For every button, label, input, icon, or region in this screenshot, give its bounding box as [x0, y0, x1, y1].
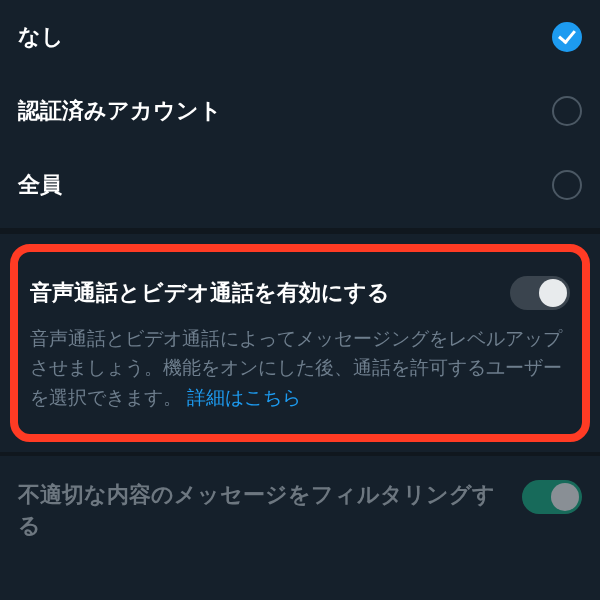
learn-more-link[interactable]: 詳細はこちら	[187, 387, 301, 408]
radio-label: なし	[18, 22, 64, 52]
radio-indicator	[552, 170, 582, 200]
section-divider	[0, 228, 600, 234]
radio-label: 全員	[18, 170, 62, 200]
filter-toggle-row: 不適切な内容のメッセージをフィルタリングする	[0, 456, 600, 542]
calls-toggle-label: 音声通話とビデオ通話を有効にする	[30, 278, 510, 308]
radio-option-everyone[interactable]: 全員	[18, 148, 582, 222]
highlighted-calls-section: 音声通話とビデオ通話を有効にする 音声通話とビデオ通話によってメッセージングをレ…	[10, 244, 590, 442]
filter-toggle-label: 不適切な内容のメッセージをフィルタリングする	[18, 480, 522, 542]
radio-option-verified[interactable]: 認証済みアカウント	[18, 74, 582, 148]
radio-group: なし 認証済みアカウント 全員	[0, 0, 600, 228]
radio-label: 認証済みアカウント	[18, 96, 222, 126]
radio-indicator	[552, 96, 582, 126]
radio-option-none[interactable]: なし	[18, 0, 582, 74]
calls-description: 音声通話とビデオ通話によってメッセージングをレベルアップさせましょう。機能をオン…	[30, 324, 570, 412]
toggle-knob	[539, 279, 567, 307]
calls-toggle-row: 音声通話とビデオ通話を有効にする	[30, 276, 570, 310]
calls-toggle-switch[interactable]	[510, 276, 570, 310]
radio-indicator-selected	[552, 22, 582, 52]
filter-toggle-switch[interactable]	[522, 480, 582, 514]
toggle-knob	[551, 483, 579, 511]
